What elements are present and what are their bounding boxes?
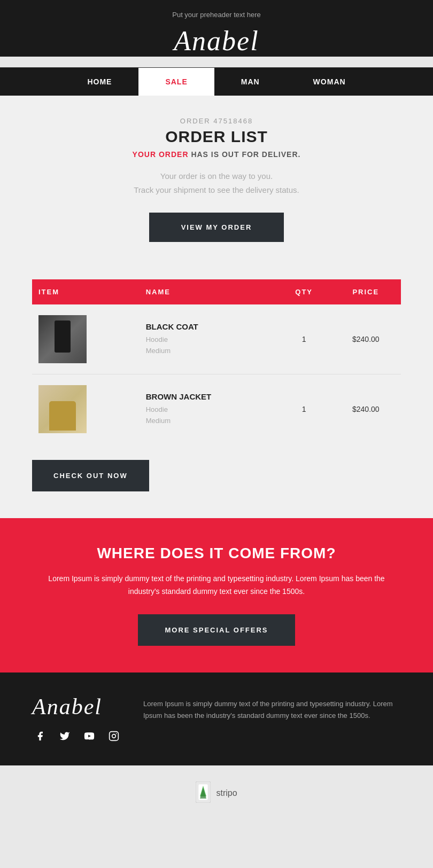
- svg-point-3: [116, 733, 117, 734]
- product-image-cell: [32, 374, 140, 444]
- instagram-icon[interactable]: [106, 728, 122, 744]
- footer-right: Lorem Ipsum is simply dummy text of the …: [143, 694, 401, 722]
- social-icons: [32, 728, 122, 744]
- product-size: Medium: [146, 417, 171, 425]
- nav-home[interactable]: HOME: [60, 68, 138, 96]
- view-order-button[interactable]: VIEW MY ORDER: [149, 213, 284, 242]
- facebook-icon[interactable]: [32, 728, 48, 744]
- product-detail: Hoodie Medium: [146, 404, 271, 427]
- more-offers-button[interactable]: MORE SPECIAL OFFERS: [138, 614, 295, 646]
- col-name: NAME: [140, 279, 277, 304]
- footer-logo: Anabel: [32, 694, 122, 720]
- product-qty: 1: [277, 374, 331, 444]
- order-status-highlight: YOUR ORDER: [133, 150, 189, 159]
- order-table: ITEM NAME QTY PRICE BLACK COAT Hoodie Me…: [32, 279, 401, 444]
- col-price: PRICE: [331, 279, 401, 304]
- product-type: Hoodie: [146, 335, 168, 343]
- product-name: BLACK COAT: [146, 322, 271, 331]
- product-price: $240.00: [331, 374, 401, 444]
- header-section: Put your preheader text here Anabel: [0, 0, 433, 57]
- svg-point-2: [112, 734, 116, 738]
- order-desc: Your order is on the way to you. Track y…: [32, 169, 401, 197]
- order-title: ORDER LIST: [32, 128, 401, 146]
- order-section: ORDER 47518468 ORDER LIST YOUR ORDER HAS…: [32, 117, 401, 263]
- order-desc-line2: Track your shipment to see the delivery …: [134, 185, 299, 194]
- navigation: HOME SALE MAN WOMAN: [0, 67, 433, 96]
- col-qty: QTY: [277, 279, 331, 304]
- stripo-text-label: stripo: [216, 788, 237, 797]
- svg-rect-1: [110, 731, 119, 740]
- table-header-row: ITEM NAME QTY PRICE: [32, 279, 401, 304]
- preheader-text: Put your preheader text here: [0, 11, 433, 19]
- product-image-brown-jacket: [38, 385, 87, 433]
- product-image-black-coat: [38, 315, 87, 363]
- order-desc-line1: Your order is on the way to you.: [160, 171, 273, 181]
- stripo-icon: [196, 781, 211, 805]
- product-info-cell: BLACK COAT Hoodie Medium: [140, 304, 277, 374]
- product-info-cell: BROWN JACKET Hoodie Medium: [140, 374, 277, 444]
- youtube-icon[interactable]: [81, 728, 97, 744]
- nav-woman[interactable]: WOMAN: [287, 68, 373, 96]
- stripo-footer: stripo: [0, 765, 433, 821]
- nav-sale[interactable]: SALE: [138, 68, 214, 96]
- twitter-icon[interactable]: [57, 728, 73, 744]
- table-row: BLACK COAT Hoodie Medium 1 $240.00: [32, 304, 401, 374]
- order-status: YOUR ORDER HAS IS OUT FOR DELIVER.: [32, 150, 401, 159]
- product-price: $240.00: [331, 304, 401, 374]
- promo-title: WHERE DOES IT COME FROM?: [43, 545, 390, 562]
- brand-logo: Anabel: [0, 25, 433, 57]
- stripo-label: stripo: [216, 788, 237, 798]
- product-qty: 1: [277, 304, 331, 374]
- footer-left: Anabel: [32, 694, 122, 744]
- footer-section: Anabel: [0, 672, 433, 765]
- product-image-cell: [32, 304, 140, 374]
- product-size: Medium: [146, 347, 171, 355]
- nav-man[interactable]: MAN: [214, 68, 287, 96]
- order-status-normal: HAS IS OUT FOR DELIVER.: [189, 150, 301, 159]
- promo-section: WHERE DOES IT COME FROM? Lorem Ipsum is …: [0, 518, 433, 672]
- product-name: BROWN JACKET: [146, 392, 271, 401]
- table-row: BROWN JACKET Hoodie Medium 1 $240.00: [32, 374, 401, 444]
- footer-text: Lorem Ipsum is simply dummy text of the …: [143, 698, 401, 722]
- checkout-button[interactable]: CHECK OUT NOW: [32, 460, 149, 491]
- col-item: ITEM: [32, 279, 140, 304]
- order-number: ORDER 47518468: [32, 117, 401, 125]
- product-type: Hoodie: [146, 405, 168, 413]
- product-detail: Hoodie Medium: [146, 334, 271, 357]
- promo-text: Lorem Ipsum is simply dummy text of the …: [43, 573, 390, 598]
- main-content: ORDER 47518468 ORDER LIST YOUR ORDER HAS…: [0, 96, 433, 518]
